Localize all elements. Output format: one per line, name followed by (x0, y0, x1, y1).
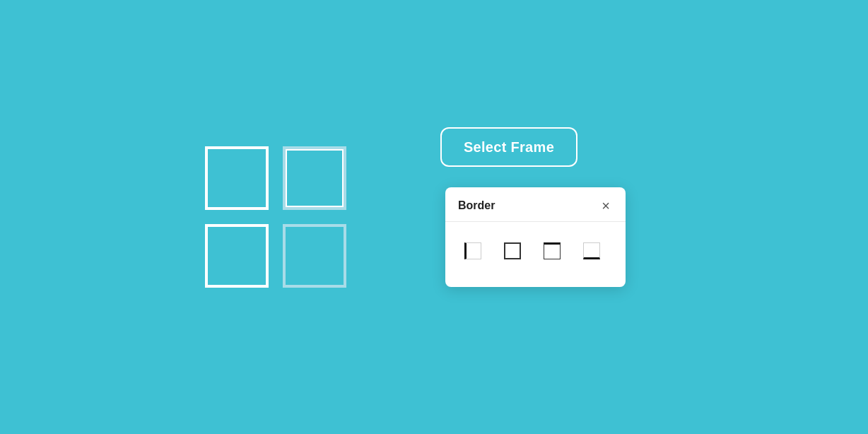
panel-title: Border (458, 199, 495, 212)
frame-bottom-right[interactable] (283, 224, 346, 288)
border-option-thick-top[interactable] (537, 236, 567, 266)
border-left-icon (464, 242, 481, 259)
panel-header: Border × (445, 187, 626, 222)
panel-body (445, 222, 626, 287)
frame-top-left[interactable] (205, 146, 269, 210)
frame-grid (205, 146, 346, 288)
border-thick-top-icon (544, 242, 561, 259)
border-option-bottom[interactable] (577, 236, 606, 266)
frame-bottom-left[interactable] (205, 224, 269, 288)
close-button[interactable]: × (597, 197, 614, 214)
border-bottom-icon (583, 242, 600, 259)
canvas: Select Frame Border × (0, 0, 868, 434)
border-all-icon (504, 242, 521, 259)
border-option-left[interactable] (458, 236, 488, 266)
frame-top-right[interactable] (283, 146, 346, 210)
border-panel: Border × (445, 187, 626, 287)
border-option-all[interactable] (498, 236, 527, 266)
select-frame-button[interactable]: Select Frame (440, 127, 577, 167)
